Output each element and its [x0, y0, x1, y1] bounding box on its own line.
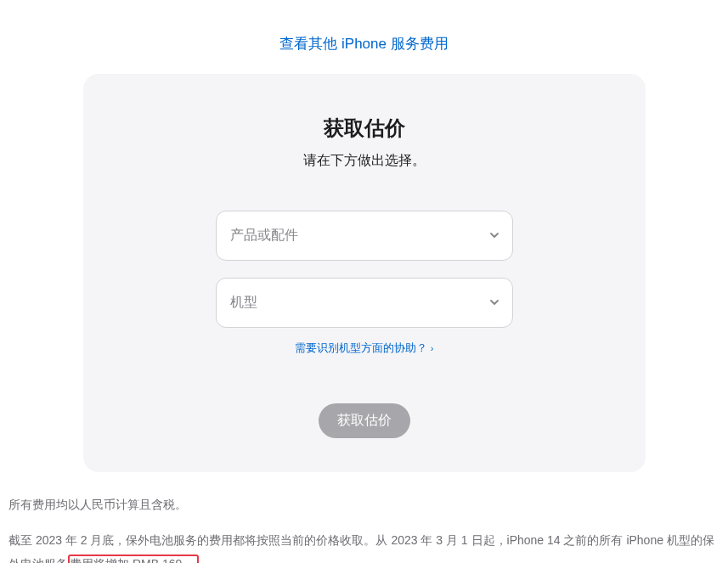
model-select[interactable]: 机型 — [216, 278, 513, 328]
chevron-right-icon: › — [431, 343, 434, 353]
card-subtitle: 请在下方做出选择。 — [117, 152, 612, 170]
footer-highlight: 费用将增加 RMB 169。 — [68, 555, 199, 563]
help-link-container: 需要识别机型方面的协助？› — [117, 340, 612, 356]
model-select-wrapper: 机型 — [216, 278, 513, 328]
card-title: 获取估价 — [117, 115, 612, 142]
product-select[interactable]: 产品或配件 — [216, 211, 513, 261]
footer-text: 所有费用均以人民币计算且含税。 截至 2023 年 2 月底，保外电池服务的费用… — [0, 472, 728, 563]
other-service-fees-link[interactable]: 查看其他 iPhone 服务费用 — [279, 36, 448, 52]
product-select-wrapper: 产品或配件 — [216, 211, 513, 261]
identify-model-help-link[interactable]: 需要识别机型方面的协助？› — [295, 341, 434, 354]
estimate-card: 获取估价 请在下方做出选择。 产品或配件 机型 需要识别机型方面的协助？› 获取… — [83, 74, 646, 472]
get-estimate-button[interactable]: 获取估价 — [319, 403, 410, 438]
help-link-label: 需要识别机型方面的协助？ — [295, 341, 427, 354]
footer-line1: 所有费用均以人民币计算且含税。 — [8, 493, 720, 516]
footer-line2: 截至 2023 年 2 月底，保外电池服务的费用都将按照当前的价格收取。从 20… — [8, 528, 720, 563]
top-link-container: 查看其他 iPhone 服务费用 — [0, 0, 728, 74]
